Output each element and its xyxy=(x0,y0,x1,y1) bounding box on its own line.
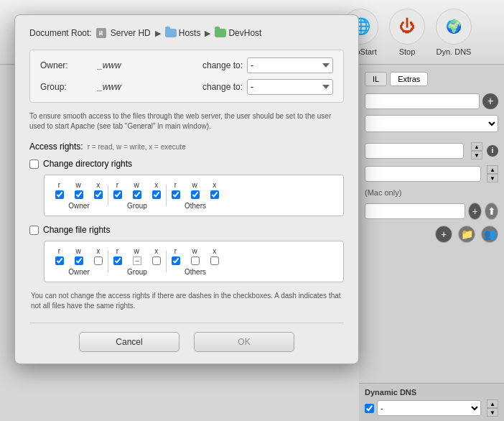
file-owner-header: r w x xyxy=(50,247,108,255)
dns-stepper-up[interactable]: ▲ xyxy=(487,399,498,408)
group-value: _www xyxy=(98,82,188,92)
stepper-up-down: ▲ ▼ xyxy=(471,142,482,159)
dir-group-x[interactable] xyxy=(152,190,161,199)
dir-others-r[interactable] xyxy=(172,190,180,199)
hosts-folder-icon xyxy=(165,29,177,37)
action-btn-3[interactable]: + xyxy=(435,226,452,243)
action-btn-4[interactable]: 📁 xyxy=(458,226,475,243)
dns-row: - ▲ ▼ xyxy=(365,399,498,417)
right-dropdown[interactable] xyxy=(365,115,498,132)
dns-stepper-down[interactable]: ▼ xyxy=(487,408,498,417)
file-group-x[interactable] xyxy=(152,256,161,265)
change-file-checkbox-row: Change file rights xyxy=(29,225,344,235)
arrow-1: ▶ xyxy=(155,29,161,38)
stop-icon: ⏻ xyxy=(389,9,425,45)
file-group-r[interactable] xyxy=(113,256,122,265)
dir-owner-header: r w x xyxy=(50,181,108,189)
ok-button[interactable]: OK xyxy=(194,332,294,352)
file-others-label: Others xyxy=(167,268,224,276)
hosts-folder: Hosts xyxy=(165,28,201,38)
add-button[interactable]: + xyxy=(482,93,498,109)
file-others-x[interactable] xyxy=(210,256,219,265)
dir-group-header: r w x xyxy=(108,181,166,189)
stop-group[interactable]: ⏻ Stop xyxy=(389,9,425,56)
modal-dialog: Document Root: 🖥 Server HD ▶ Hosts ▶ Dev… xyxy=(14,14,359,364)
file-owner-w[interactable] xyxy=(75,256,83,265)
group-row: Group: _www change to: - xyxy=(40,79,333,95)
stepper2-up-down: ▲ ▼ xyxy=(487,165,498,182)
modal-header: Document Root: 🖥 Server HD ▶ Hosts ▶ Dev… xyxy=(29,28,344,38)
dns-stepper: ▲ ▼ xyxy=(487,399,498,417)
change-to-label-group: change to: xyxy=(202,82,243,92)
dir-owner-r[interactable] xyxy=(55,190,64,199)
stepper-up[interactable]: ▲ xyxy=(471,142,482,151)
action-btn-2[interactable]: ⬆ xyxy=(485,203,498,220)
dir-rights-table: r w x Owner r w xyxy=(44,175,344,216)
file-others-col: r w x Others xyxy=(167,247,224,276)
dir-group-r[interactable] xyxy=(113,190,122,199)
change-file-label: Change file rights xyxy=(43,225,110,235)
dir-group-w[interactable] xyxy=(133,190,141,199)
file-others-w[interactable] xyxy=(191,256,200,265)
dir-owner-w[interactable] xyxy=(75,190,83,199)
file-owner-r[interactable] xyxy=(55,256,64,265)
mac-only-text: (Mac only) xyxy=(365,188,498,197)
devhost-folder-icon xyxy=(215,29,226,37)
dir-others-w[interactable] xyxy=(191,190,200,199)
dir-group-checks xyxy=(108,190,166,199)
group-change-select[interactable]: - xyxy=(247,79,333,95)
access-rights-label: Access rights: xyxy=(29,142,83,152)
bottom-dns-strip: Dynamic DNS - ▲ ▼ xyxy=(359,383,504,421)
dir-others-x[interactable] xyxy=(210,190,219,199)
file-rights-cols: r w x Owner r w xyxy=(50,247,337,276)
stepper-down[interactable]: ▼ xyxy=(471,151,482,159)
file-others-header: r w x xyxy=(167,247,224,255)
file-owner-checks xyxy=(50,256,108,265)
right-long-input[interactable] xyxy=(365,203,465,219)
dir-owner-col: r w x Owner xyxy=(50,181,108,210)
dns-checkbox[interactable] xyxy=(365,404,374,413)
file-group-header: r w x xyxy=(108,247,166,255)
button-row: Cancel OK xyxy=(29,332,344,352)
right-search-input[interactable] xyxy=(365,93,480,109)
dir-rights-cols: r w x Owner r w xyxy=(50,181,337,210)
file-group-col: r w x – Group xyxy=(108,247,166,276)
change-file-checkbox[interactable] xyxy=(29,226,39,235)
tab-il[interactable]: IL xyxy=(365,72,387,86)
dir-group-col: r w x Group xyxy=(108,181,166,210)
stepper2-up[interactable]: ▲ xyxy=(487,165,498,174)
dir-others-header: r w x xyxy=(167,181,224,189)
dir-owner-checks xyxy=(50,190,108,199)
action-btn-1[interactable]: + xyxy=(468,203,482,220)
owner-row: Owner: _www change to: - xyxy=(40,57,333,73)
dir-owner-x[interactable] xyxy=(94,190,103,199)
dir-owner-label: Owner xyxy=(50,202,108,210)
dyn-dns-label: Dyn. DNS xyxy=(437,47,472,56)
info-icon[interactable]: i xyxy=(487,145,498,157)
breadcrumb-hosts: Hosts xyxy=(179,28,201,38)
tabs-row: IL Extras xyxy=(365,72,498,86)
breadcrumb-devhost: DevHost xyxy=(228,28,261,38)
file-others-r[interactable] xyxy=(172,256,180,265)
change-dir-checkbox[interactable] xyxy=(29,159,39,169)
action-btn-5[interactable]: 👥 xyxy=(481,226,498,243)
file-group-w-dash: – xyxy=(133,256,141,265)
change-to-label-owner: change to: xyxy=(202,60,243,70)
file-owner-label: Owner xyxy=(50,268,108,276)
tab-extras[interactable]: Extras xyxy=(390,72,428,86)
modal-divider xyxy=(29,323,344,323)
file-group-checks: – xyxy=(108,256,166,265)
stepper2-down[interactable]: ▼ xyxy=(487,174,498,182)
owner-change-select[interactable]: - xyxy=(247,57,333,73)
file-rights-section: Change file rights r w x Owner xyxy=(29,225,344,282)
right-panel: IL Extras + ▲ ▼ i ▲ ▼ (Mac on xyxy=(359,65,504,421)
dyn-dns-group[interactable]: 🌍 Dyn. DNS xyxy=(436,9,472,56)
file-owner-x[interactable] xyxy=(94,256,103,265)
change-dir-checkbox-row: Change directory rights xyxy=(29,159,344,169)
access-rights-section-title: Access rights: r = read, w = write, x = … xyxy=(29,142,344,152)
file-rights-table: r w x Owner r w xyxy=(44,241,344,282)
arrow-2: ▶ xyxy=(205,29,210,38)
file-others-checks xyxy=(167,256,224,265)
dns-select[interactable]: - xyxy=(377,400,481,416)
cancel-button[interactable]: Cancel xyxy=(79,332,179,352)
